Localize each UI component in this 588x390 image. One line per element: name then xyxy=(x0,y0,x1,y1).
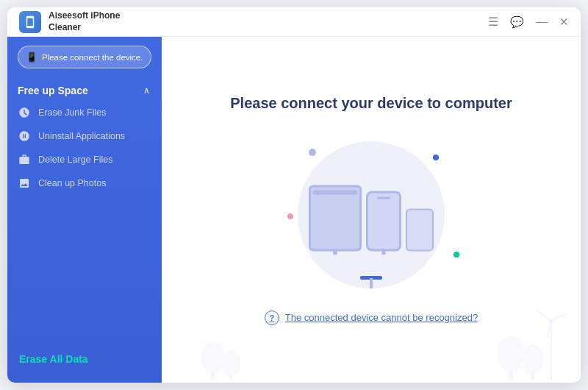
phone-icon: 📱 xyxy=(26,52,37,63)
svg-point-5 xyxy=(498,336,524,372)
file-icon xyxy=(18,153,31,166)
svg-rect-8 xyxy=(531,372,534,380)
close-button[interactable]: ✕ xyxy=(559,15,569,29)
phone-device xyxy=(366,191,401,251)
svg-rect-6 xyxy=(509,371,513,380)
titlebar-left: Aiseesoft iPhone Cleaner xyxy=(19,10,120,33)
image-icon xyxy=(18,177,31,190)
device-illustration xyxy=(268,134,474,296)
question-icon: ? xyxy=(265,311,279,325)
titlebar-controls: ☰ 💬 — ✕ xyxy=(488,15,569,29)
erase-all-data-button[interactable]: Erase All Data xyxy=(7,344,162,374)
help-link-text: The connected device cannot be recognize… xyxy=(285,312,478,323)
sidebar-item-erase-junk[interactable]: Erase Junk Files xyxy=(7,101,162,124)
decoration-trees-left xyxy=(191,321,250,383)
svg-point-7 xyxy=(523,344,543,374)
erase-junk-label: Erase Junk Files xyxy=(38,107,106,118)
titlebar: Aiseesoft iPhone Cleaner ☰ 💬 — ✕ xyxy=(7,7,581,37)
svg-point-11 xyxy=(223,350,240,377)
minimize-button[interactable]: — xyxy=(536,15,548,29)
help-link[interactable]: ? The connected device cannot be recogni… xyxy=(265,311,478,325)
usb-stand xyxy=(370,278,373,288)
svg-line-3 xyxy=(551,313,566,321)
svg-line-2 xyxy=(537,310,551,321)
sidebar-item-uninstall-apps[interactable]: Uninstall Applications xyxy=(7,124,162,148)
page-title: Please connect your device to computer xyxy=(230,95,512,112)
tablet-device xyxy=(309,185,362,251)
connect-device-button[interactable]: 📱 Please connect the device. xyxy=(18,46,151,68)
content-area: Please connect your device to computer xyxy=(162,37,581,383)
clock-icon xyxy=(18,106,31,119)
app-title: Aiseesoft iPhone Cleaner xyxy=(49,10,120,33)
dot-decoration xyxy=(453,252,459,258)
section-title-free-up: Free up Space xyxy=(18,85,88,96)
devices-group xyxy=(309,185,434,251)
svg-rect-12 xyxy=(229,375,232,380)
app-icon xyxy=(19,11,41,33)
hamburger-icon[interactable]: ☰ xyxy=(488,15,498,29)
decoration-trees-right xyxy=(492,306,581,383)
clean-photos-label: Clean up Photos xyxy=(38,178,106,188)
section-arrow-icon: ∧ xyxy=(143,85,150,96)
app-window: Aiseesoft iPhone Cleaner ☰ 💬 — ✕ 📱 Pleas… xyxy=(7,7,581,383)
dot-decoration xyxy=(309,149,316,156)
delete-large-label: Delete Large Files xyxy=(38,155,112,165)
connect-btn-label: Please connect the device. xyxy=(42,53,143,62)
dot-decoration xyxy=(287,213,293,219)
chat-icon[interactable]: 💬 xyxy=(510,15,524,29)
sidebar-item-delete-large[interactable]: Delete Large Files xyxy=(7,148,162,171)
small-device xyxy=(406,208,434,251)
free-up-space-section: Free up Space ∧ xyxy=(7,80,162,101)
uninstall-apps-label: Uninstall Applications xyxy=(38,131,125,141)
sidebar: 📱 Please connect the device. Free up Spa… xyxy=(7,37,162,383)
dot-decoration xyxy=(433,155,439,160)
sidebar-item-clean-photos[interactable]: Clean up Photos xyxy=(7,171,162,195)
svg-rect-10 xyxy=(211,372,215,380)
settings-icon xyxy=(18,130,31,143)
main-content: 📱 Please connect the device. Free up Spa… xyxy=(7,37,581,383)
svg-point-9 xyxy=(201,341,225,374)
